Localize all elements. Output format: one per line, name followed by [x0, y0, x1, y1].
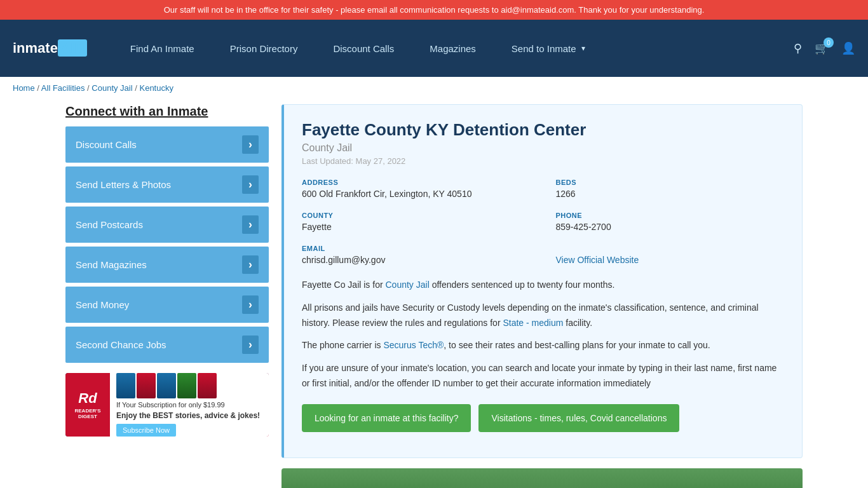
sidebar-second-chance[interactable]: Second Chance Jobs ›	[65, 327, 269, 363]
navbar: inmateAID Find An Inmate Prison Director…	[0, 20, 868, 77]
sidebar-send-magazines-label: Send Magazines	[76, 259, 147, 270]
nav-send-to-inmate[interactable]: Send to Inmate ▾	[494, 20, 603, 77]
sidebar-send-postcards-label: Send Postcards	[76, 219, 143, 230]
visitations-btn[interactable]: Visitations - times, rules, Covid cancel…	[478, 404, 679, 432]
rd-content: If Your Subscription for only $19.99 Enj…	[110, 373, 269, 437]
dropdown-chevron-icon: ▾	[581, 44, 585, 53]
rd-brand-digest: DIGEST	[78, 414, 97, 419]
sidebar-second-chance-label: Second Chance Jobs	[76, 339, 166, 350]
nav-links: Find An Inmate Prison Directory Discount…	[112, 20, 794, 77]
facility-photo	[281, 468, 803, 488]
rd-ad-subtitle: Enjoy the BEST stories, advice & jokes!	[116, 411, 262, 420]
beds-section: BEDS 1266	[556, 179, 785, 199]
facility-info-grid: ADDRESS 600 Old Frankfort Cir, Lexington…	[302, 179, 784, 265]
phone-section: PHONE 859-425-2700	[556, 212, 785, 232]
rd-cover-2	[137, 373, 156, 398]
desc-4: If you are unsure of your inmate's locat…	[302, 361, 784, 391]
nav-send-to-inmate-label: Send to Inmate	[512, 43, 576, 54]
facility-updated: Last Updated: May 27, 2022	[302, 156, 784, 166]
sidebar-send-letters[interactable]: Send Letters & Photos ›	[65, 166, 269, 203]
address-value: 600 Old Frankfort Cir, Lexington, KY 405…	[302, 189, 531, 199]
main-layout: Connect with an Inmate Discount Calls › …	[53, 99, 815, 488]
action-buttons: Looking for an inmate at this facility? …	[302, 404, 784, 432]
rd-logo: Rd READER'S DIGEST	[65, 373, 110, 437]
find-inmate-btn[interactable]: Looking for an inmate at this facility?	[302, 404, 471, 432]
sidebar-send-money-chevron: ›	[242, 295, 259, 314]
sidebar-title: Connect with an Inmate	[65, 104, 269, 119]
cart-badge: 0	[824, 37, 834, 48]
sidebar: Connect with an Inmate Discount Calls › …	[65, 99, 269, 488]
rd-cover-4	[177, 373, 196, 398]
phone-label: PHONE	[556, 212, 785, 219]
alert-banner: Our staff will not be in the office for …	[0, 0, 868, 20]
sidebar-send-magazines-chevron: ›	[242, 255, 259, 274]
website-spacer	[556, 245, 785, 252]
county-section: COUNTY Fayette	[302, 212, 531, 232]
breadcrumb-county-jail[interactable]: County Jail	[92, 83, 132, 93]
facility-card: Fayette County KY Detention Center Count…	[281, 104, 803, 458]
rd-subscribe-button[interactable]: Subscribe Now	[116, 424, 176, 437]
sidebar-discount-calls-chevron: ›	[242, 135, 259, 154]
breadcrumb-all-facilities[interactable]: All Facilities	[41, 83, 85, 93]
sidebar-discount-calls[interactable]: Discount Calls ›	[65, 126, 269, 163]
facility-type: County Jail	[302, 142, 784, 154]
desc-2: All prisons and jails have Security or C…	[302, 301, 784, 331]
rd-brand-small: READER'S	[74, 408, 100, 414]
website-section: View Official Website	[556, 245, 785, 265]
email-label: EMAIL	[302, 245, 531, 252]
rd-ad-title: If Your Subscription for only $19.99	[116, 401, 262, 409]
search-button[interactable]: ⚲	[794, 41, 802, 55]
facility-name: Fayette County KY Detention Center	[302, 120, 784, 140]
breadcrumb: Home / All Facilities / County Jail / Ke…	[0, 77, 868, 99]
sidebar-send-postcards[interactable]: Send Postcards ›	[65, 207, 269, 243]
main-content: Fayette County KY Detention Center Count…	[281, 99, 803, 488]
facility-description: Fayette Co Jail is for County Jail offen…	[302, 278, 784, 391]
rd-covers	[116, 373, 262, 398]
facility-photo-image	[281, 468, 803, 488]
ad-inner: Rd READER'S DIGEST If Your Subscription …	[65, 373, 269, 437]
sidebar-discount-calls-label: Discount Calls	[76, 139, 137, 150]
nav-prison-directory[interactable]: Prison Directory	[212, 20, 316, 77]
beds-value: 1266	[556, 189, 785, 199]
rd-cover-1	[116, 373, 135, 398]
email-section: EMAIL chrisd.gillum@ky.gov	[302, 245, 531, 265]
logo-aid: AID	[58, 39, 87, 57]
sidebar-send-letters-chevron: ›	[242, 175, 259, 194]
email-value: chrisd.gillum@ky.gov	[302, 255, 531, 265]
user-icon: 👤	[841, 42, 855, 55]
sidebar-ad[interactable]: Rd READER'S DIGEST If Your Subscription …	[65, 373, 269, 437]
user-button[interactable]: 👤	[841, 41, 855, 55]
cart-button[interactable]: 🛒 0	[815, 41, 829, 55]
sidebar-send-money-label: Send Money	[76, 299, 129, 310]
address-section: ADDRESS 600 Old Frankfort Cir, Lexington…	[302, 179, 531, 199]
nav-magazines[interactable]: Magazines	[412, 20, 494, 77]
county-jail-link[interactable]: County Jail	[386, 280, 430, 290]
state-medium-link[interactable]: State - medium	[503, 318, 563, 328]
beds-label: BEDS	[556, 179, 785, 186]
desc-1: Fayette Co Jail is for County Jail offen…	[302, 278, 784, 293]
rd-cover-5	[198, 373, 217, 398]
alert-text: Our staff will not be in the office for …	[164, 5, 705, 15]
sidebar-send-letters-label: Send Letters & Photos	[76, 179, 171, 190]
website-link[interactable]: View Official Website	[556, 255, 639, 265]
rd-cover-3	[157, 373, 176, 398]
sidebar-send-magazines[interactable]: Send Magazines ›	[65, 247, 269, 283]
search-icon: ⚲	[794, 42, 802, 55]
securus-link[interactable]: Securus Tech®	[383, 340, 444, 350]
phone-value: 859-425-2700	[556, 222, 785, 232]
sidebar-send-money[interactable]: Send Money ›	[65, 287, 269, 323]
breadcrumb-kentucky[interactable]: Kentucky	[139, 83, 173, 93]
sidebar-send-postcards-chevron: ›	[242, 215, 259, 234]
logo[interactable]: inmateAID	[13, 40, 87, 57]
breadcrumb-home[interactable]: Home	[13, 83, 35, 93]
logo-inmate: inmateAID	[13, 40, 87, 57]
desc-3: The phone carrier is Securus Tech®, to s…	[302, 338, 784, 353]
nav-discount-calls[interactable]: Discount Calls	[315, 20, 412, 77]
sidebar-second-chance-chevron: ›	[242, 336, 259, 354]
county-label: COUNTY	[302, 212, 531, 219]
nav-icons: ⚲ 🛒 0 👤	[794, 41, 855, 55]
nav-find-inmate[interactable]: Find An Inmate	[112, 20, 212, 77]
rd-logo-abbr: Rd	[78, 390, 97, 407]
address-label: ADDRESS	[302, 179, 531, 186]
county-value: Fayette	[302, 222, 531, 232]
